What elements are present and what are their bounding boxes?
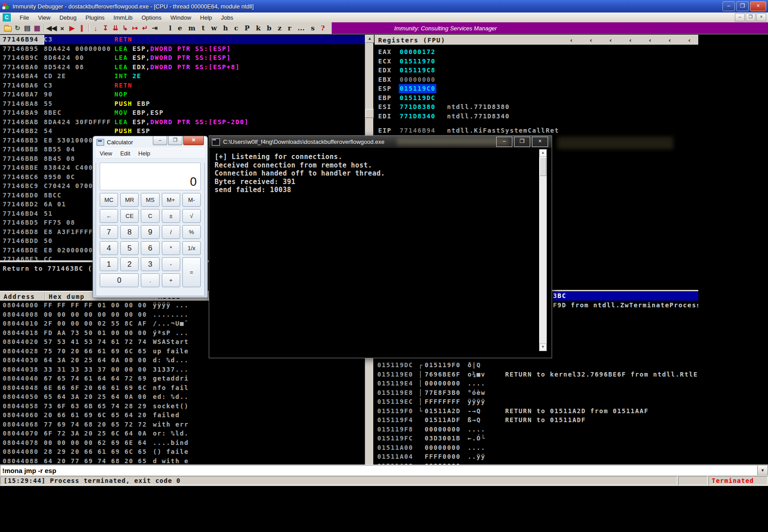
registers-chevron-icon[interactable]: ‹ [648,37,653,44]
calc-key-%[interactable]: % [182,225,201,239]
register-row-ecx[interactable]: ECX01511970 [375,57,698,66]
calculator-close-button[interactable]: ✕ [183,136,204,145]
step-over-icon[interactable]: ↧ [101,24,110,33]
disasm-row[interactable]: 77146B958DA424 00000000LEA ESP,DWORD PTR… [0,44,365,54]
stack-row[interactable]: 01511A00 00000000.... [375,443,698,452]
calc-key--[interactable]: - [162,257,180,271]
close-program-icon[interactable]: × [58,24,67,33]
stack-row[interactable]: 015119EC│FFFFFFFFÿÿÿÿ [375,397,698,406]
register-row-edx[interactable]: EDX015119C8 [375,66,698,75]
hexdump-row[interactable]: 0804403833 31 33 33 37 00 00 0031337... [0,365,365,374]
open-file-icon[interactable] [3,24,12,33]
stack-row[interactable]: 015119E8│77E8F3B0°óèw [375,388,698,398]
calc-key-sqrt[interactable]: √ [182,209,201,223]
console-title-bar[interactable]: C:\Users\w0lf_f4ng\Downloads\dostackbuff… [209,136,552,148]
maximize-button[interactable]: ❐ [736,1,749,11]
register-row-ebp[interactable]: EBP015119DC [375,93,698,103]
calc-key-*[interactable]: * [162,241,180,255]
console-scroll-down[interactable]: ▼ [539,343,547,351]
disasm-row[interactable]: 77146BA6C3RETN [0,81,365,90]
console-scroll-thumb[interactable] [540,157,546,176]
register-row-eip[interactable]: EIP77146B94ntdll.KiFastSystemCallRet [375,126,698,135]
toolbar-letter-r[interactable]: r [285,24,295,32]
mdi-close-button[interactable]: × [756,13,766,21]
command-input[interactable] [0,465,757,476]
calc-key-1/x[interactable]: 1/x [182,241,201,255]
register-row-esp[interactable]: ESP015119C0 [375,84,698,93]
calc-key-m-[interactable]: M- [182,193,201,207]
run-icon[interactable]: ▶ [68,24,76,33]
calc-key-5[interactable]: 5 [120,241,139,255]
windows-icon[interactable]: ▦ [33,24,42,33]
calc-key-6[interactable]: 6 [141,241,159,255]
toolbar-letter-h[interactable]: h [220,24,231,32]
calc-key-7[interactable]: 7 [100,225,118,239]
calc-key-mc[interactable]: MC [100,193,118,207]
step-into-icon[interactable]: ↓ [91,24,100,33]
calculator-title-bar[interactable]: Calculator – ❐ ✕ [93,136,207,148]
registers-chevron-icon[interactable]: ‹ [688,37,692,44]
close-button[interactable]: × [750,1,766,11]
registers-chevron-icon[interactable]: ‹ [629,37,633,44]
menu-window[interactable]: Window [166,13,195,22]
registers-chevron-icon[interactable]: ‹ [668,37,672,44]
disasm-row[interactable]: 77146BAB8DA424 30FDFFFFLEA ESP,DWORD PTR… [0,117,365,127]
calc-key-.[interactable]: . [141,273,159,287]
console-maximize-button[interactable]: ❐ [514,137,530,147]
stack-row[interactable]: 015119F8 00000000.... [375,425,698,434]
menu-help[interactable]: Help [196,13,217,22]
register-row-ebx[interactable]: EBX00000000 [375,75,698,84]
scroll-thumb[interactable] [365,109,374,118]
stack-row[interactable]: 01511A08 00000000 [375,461,698,465]
calc-key-=[interactable]: = [182,257,201,287]
stack-row[interactable]: 015119E0│7696BE6Fo¾■vRETURN to kernel32.… [375,370,698,379]
hexdump-row[interactable]: 0804404067 65 74 61 64 64 72 69getaddri [0,374,365,383]
mdi-restore-button[interactable]: ❐ [746,13,755,21]
mdi-minimize-button[interactable]: – [735,13,745,21]
menu-debug[interactable]: Debug [55,13,81,22]
hex-header-address[interactable]: Address [0,292,45,302]
calc-key-ms[interactable]: MS [141,193,159,207]
hexdump-row[interactable]: 0804407800 00 00 00 62 69 6E 64....bind [0,438,365,448]
calc-key-1[interactable]: 1 [100,257,118,271]
toolbar-letter-...[interactable]: ... [295,24,308,32]
console-scrollbar[interactable]: ▲ ▼ [539,149,547,351]
menu-plugins[interactable]: Plugins [81,13,109,22]
toolbar-letter-k[interactable]: k [253,24,263,32]
calculator-maximize-button[interactable]: ❐ [168,136,182,145]
stack-row[interactable]: 015119F0└01511A2D-→QRETURN to 01511A2D f… [375,406,698,416]
toolbar-letter-b[interactable]: b [264,24,275,32]
disasm-row[interactable]: 77146BB254PUSH ESP [0,126,365,136]
toolbar-letter-l[interactable]: l [166,24,175,32]
calc-key-9[interactable]: 9 [141,225,159,239]
title-bar[interactable]: Immunity Debugger - dostackbufferoverflo… [0,0,768,13]
calc-key-8[interactable]: 8 [120,225,139,239]
log-window-icon[interactable]: ▤ [23,24,32,33]
calc-key-m+[interactable]: M+ [162,193,180,207]
stack-row[interactable]: 015119DC┌015119F0ð|Q [375,360,698,370]
menu-jobs[interactable]: Jobs [216,13,237,22]
hexdump-row[interactable]: 0804406877 69 74 68 20 65 72 72with err [0,420,365,429]
calc-key-mr[interactable]: MR [120,193,139,207]
toolbar-letter-P[interactable]: P [241,24,253,32]
disasm-row[interactable]: 77146BA98BECMOV EBP,ESP [0,108,365,117]
restart-icon[interactable]: ↻ [13,24,22,33]
console-body[interactable]: [+] Listening for connections.Received c… [209,148,552,357]
toolbar-letter-s[interactable]: s [308,24,317,32]
run-to-cursor-icon[interactable]: ⇥ [150,24,159,33]
minimize-button[interactable]: – [722,1,735,11]
calc-key-backspace[interactable]: ← [100,209,118,223]
console-scroll-up[interactable]: ▲ [539,149,547,157]
registers-chevron-icon[interactable]: ‹ [589,37,594,44]
stack-row[interactable]: 015119F4 01511ADFß→QRETURN to 01511ADF [375,415,698,425]
toolbar-letter-m[interactable]: m [185,24,198,32]
calc-key-ce[interactable]: CE [120,209,139,223]
menu-immlib[interactable]: ImmLib [109,13,137,22]
stack-row[interactable]: 015119E4│00000000.... [375,379,698,388]
register-row-eax[interactable]: EAX00000172 [375,47,698,57]
execute-till-return-icon[interactable]: ↦ [131,24,139,33]
trace-into-icon[interactable]: ⇊ [111,24,120,33]
rewind-icon[interactable]: ◀◀ [46,24,57,33]
stack-row[interactable]: 015119FC 03D3001B←.Ó└ [375,434,698,443]
hexdump-row[interactable]: 0804405065 64 3A 20 25 64 0A 00ed: %d.. [0,392,365,402]
